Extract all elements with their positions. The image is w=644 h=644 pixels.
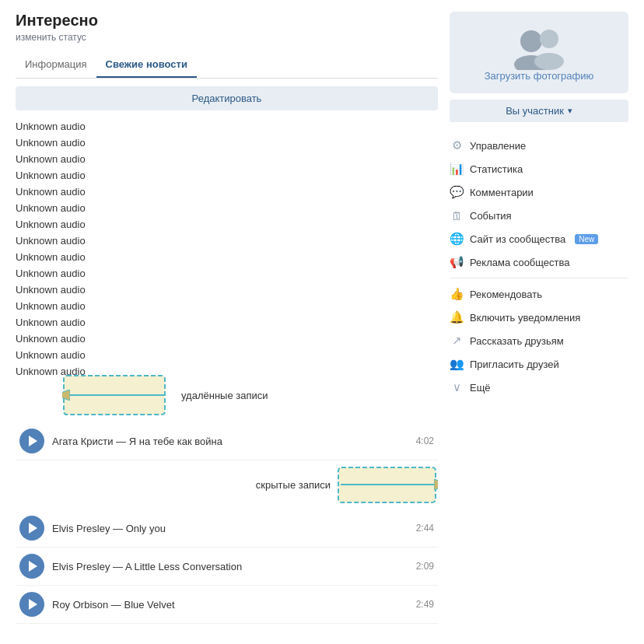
audio-track[interactable]: Агата Кристи — Я на тебе как война4:02 <box>16 422 438 460</box>
track-duration: 2:09 <box>416 561 434 572</box>
menu-item-label: Включить уведомления <box>470 312 580 324</box>
group-subtitle[interactable]: изменить статус <box>16 32 438 43</box>
svg-point-8 <box>540 30 558 48</box>
unknown-audio-item[interactable]: Unknown audio <box>16 249 438 265</box>
unknown-audio-item[interactable]: Unknown audio <box>16 347 438 363</box>
unknown-audio-item[interactable]: Unknown audio <box>16 265 438 282</box>
bottom-question: Как посмотреть скрытые аудиозаписи у дру… <box>0 635 644 644</box>
sidebar-menu-item[interactable]: 🔔Включить уведомления <box>450 306 628 329</box>
unknown-audio-item[interactable]: Unknown audio <box>16 233 438 249</box>
tab-news[interactable]: Свежие новости <box>96 52 197 78</box>
unknown-audio-item[interactable]: Unknown audio <box>16 151 438 167</box>
audio-track[interactable]: Roy Orbison — Blue Velvet2:49 <box>16 586 438 624</box>
menu-item-label: Комментарии <box>470 187 534 198</box>
sidebar-menu-item[interactable]: 🗓События <box>450 204 628 227</box>
new-badge: New <box>575 234 598 244</box>
audio-track[interactable]: Elvis Presley — A Little Less Conversati… <box>16 548 438 586</box>
sidebar-menu-item[interactable]: ∨Ещё <box>450 376 628 399</box>
track-duration: 2:49 <box>416 599 434 610</box>
sidebar-menu-item[interactable]: 📢Реклама сообщества <box>450 250 628 274</box>
menu-item-label: Пригласить друзей <box>470 359 559 370</box>
menu-item-icon: 🌐 <box>450 232 464 246</box>
menu-item-icon: 👍 <box>450 287 464 301</box>
menu-item-label: Сайт из сообщества <box>470 233 565 245</box>
track-info: Roy Orbison — Blue Velvet <box>52 599 416 611</box>
photo-upload-area: Загрузить фотографию <box>450 12 628 93</box>
deleted-annotation-label: удалённые записи <box>181 390 268 401</box>
track-duration: 2:44 <box>416 523 434 534</box>
play-button[interactable] <box>19 554 44 579</box>
sidebar-menu-item[interactable]: ↗Рассказать друзьям <box>450 329 628 352</box>
menu-item-label: События <box>470 210 512 222</box>
side-menu: ⚙Управление📊Статистика💬Комментарии🗓Событ… <box>450 134 628 399</box>
menu-item-label: Реклама сообщества <box>470 257 570 268</box>
svg-point-6 <box>520 30 542 52</box>
deleted-annotation-area: удалённые записи <box>62 372 438 418</box>
unknown-audio-item[interactable]: Unknown audio <box>16 298 438 314</box>
right-panel: Загрузить фотографию Вы участник ⚙Управл… <box>450 12 628 624</box>
menu-item-label: Рассказать друзьям <box>470 335 564 347</box>
sidebar-menu-item[interactable]: 👍Рекомендовать <box>450 282 628 306</box>
menu-item-icon: ↗ <box>450 334 464 348</box>
unknown-audio-item[interactable]: Unknown audio <box>16 331 438 347</box>
audio-tracks: Агата Кристи — Я на тебе как война4:02ск… <box>16 422 438 624</box>
track-info: Агата Кристи — Я на тебе как война <box>52 436 416 447</box>
menu-divider <box>450 278 628 278</box>
track-duration: 4:02 <box>416 436 434 446</box>
play-button[interactable] <box>19 429 44 453</box>
unknown-audio-item[interactable]: Unknown audio <box>16 216 438 233</box>
svg-point-9 <box>534 53 564 70</box>
track-info: Elvis Presley — A Little Less Conversati… <box>52 561 416 572</box>
sidebar-menu-item[interactable]: 💬Комментарии <box>450 180 628 204</box>
unknown-audio-item[interactable]: Unknown audio <box>16 135 438 151</box>
menu-item-icon: ⚙ <box>450 138 464 152</box>
unknown-audio-item[interactable]: Unknown audio <box>16 184 438 200</box>
upload-photo-link[interactable]: Загрузить фотографию <box>485 70 594 82</box>
play-button[interactable] <box>19 516 44 541</box>
menu-item-label: Управление <box>470 140 526 152</box>
audio-track[interactable]: Elvis Presley — Only you2:44 <box>16 509 438 548</box>
sidebar-menu-item[interactable]: 📊Статистика <box>450 157 628 180</box>
sidebar-menu-item[interactable]: 👥Пригласить друзей <box>450 352 628 376</box>
play-button[interactable] <box>19 592 44 617</box>
group-photo-icon <box>512 27 566 70</box>
unknown-audio-item[interactable]: Unknown audio <box>16 200 438 216</box>
unknown-audio-item[interactable]: Unknown audio <box>16 282 438 298</box>
unknown-audio-item[interactable]: Unknown audio <box>16 167 438 184</box>
menu-item-label: Ещё <box>470 382 491 394</box>
menu-item-icon: 🗓 <box>450 208 464 222</box>
track-info: Elvis Presley — Only you <box>52 523 416 534</box>
member-button[interactable]: Вы участник <box>450 100 628 122</box>
hidden-annotation-area: скрытые записи <box>16 464 438 506</box>
menu-item-icon: 💬 <box>450 185 464 199</box>
unknown-audio-item[interactable]: Unknown audio <box>16 118 438 135</box>
group-title: Интересно <box>16 12 438 30</box>
menu-item-icon: 📊 <box>450 162 464 176</box>
deleted-arrow-icon <box>62 372 175 418</box>
sidebar-menu-item[interactable]: ⚙Управление <box>450 134 628 157</box>
unknown-audio-list: Unknown audioUnknown audioUnknown audioU… <box>16 118 438 380</box>
hidden-arrow-icon <box>337 464 438 506</box>
menu-item-icon: 📢 <box>450 255 464 269</box>
hidden-annotation-label: скрытые записи <box>256 479 331 491</box>
menu-item-icon: ∨ <box>450 380 464 394</box>
audio-list-area: Unknown audioUnknown audioUnknown audioU… <box>16 118 438 418</box>
sidebar-menu-item[interactable]: 🌐Сайт из сообществаNew <box>450 227 628 250</box>
menu-item-icon: 👥 <box>450 357 464 371</box>
left-panel: Интересно изменить статус Информация Све… <box>16 12 438 624</box>
unknown-audio-item[interactable]: Unknown audio <box>16 314 438 331</box>
menu-item-label: Рекомендовать <box>470 289 542 300</box>
edit-button[interactable]: Редактировать <box>16 86 438 110</box>
tabs-bar: Информация Свежие новости <box>16 52 438 79</box>
menu-item-label: Статистика <box>470 163 523 175</box>
tab-info[interactable]: Информация <box>16 52 96 78</box>
menu-item-icon: 🔔 <box>450 310 464 324</box>
